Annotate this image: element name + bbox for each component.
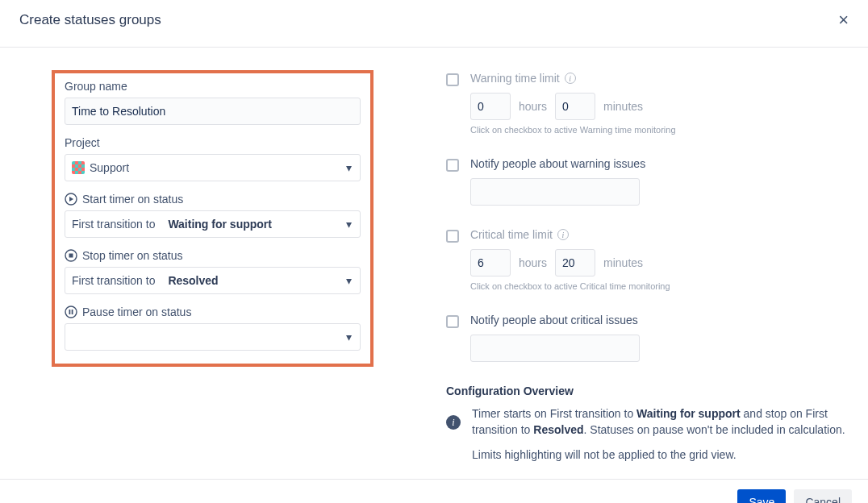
group-name-input[interactable] — [65, 98, 361, 125]
notify-critical-checkbox[interactable] — [446, 315, 459, 328]
close-button[interactable]: × — [835, 6, 852, 34]
critical-time-label: Critical time limit i — [470, 228, 853, 241]
notify-warning-checkbox[interactable] — [446, 159, 459, 172]
notify-warning-section: Notify people about warning issues — [446, 157, 853, 206]
critical-hint: Click on checkbox to active Critical tim… — [470, 281, 853, 291]
svg-rect-4 — [69, 310, 71, 314]
close-icon: × — [838, 10, 849, 30]
info-icon[interactable]: i — [557, 229, 569, 240]
warning-time-label: Warning time limit i — [470, 72, 853, 85]
group-name-field: Group name — [65, 80, 361, 125]
start-timer-label: Start timer on status — [82, 193, 183, 206]
svg-rect-2 — [69, 254, 73, 258]
stop-icon — [65, 249, 77, 262]
highlight-box: Group name Project Support ▾ — [52, 70, 373, 367]
dialog-body: Group name Project Support ▾ — [0, 48, 868, 479]
chevron-down-icon: ▾ — [346, 274, 352, 287]
chevron-down-icon: ▾ — [346, 218, 352, 231]
project-icon — [72, 161, 85, 174]
play-icon — [65, 193, 77, 206]
dialog-header: Create statuses groups × — [0, 0, 868, 48]
start-prefix: First transition to — [72, 218, 155, 231]
project-label: Project — [65, 136, 100, 149]
project-field: Project Support ▾ — [65, 136, 361, 181]
stop-timer-select[interactable]: First transition to Resolved ▾ — [65, 267, 361, 294]
stop-prefix: First transition to — [72, 274, 155, 287]
configuration-overview: Configuration Overview i Timer starts on… — [446, 385, 853, 471]
warning-time-checkbox[interactable] — [446, 73, 459, 86]
critical-minutes-input[interactable] — [555, 249, 595, 276]
critical-time-checkbox[interactable] — [446, 230, 459, 243]
hours-unit: hours — [519, 256, 547, 269]
stop-value: Resolved — [168, 274, 218, 287]
info-icon[interactable]: i — [565, 73, 576, 84]
stop-timer-label: Stop timer on status — [82, 249, 183, 262]
left-column: Group name Project Support ▾ — [15, 70, 373, 471]
chevron-down-icon: ▾ — [346, 161, 352, 174]
right-column: Warning time limit i hours minutes Click… — [446, 70, 853, 471]
svg-point-3 — [65, 306, 77, 318]
create-statuses-groups-dialog: Create statuses groups × Group name Proj… — [0, 0, 868, 503]
notify-warning-people-input[interactable] — [470, 178, 640, 206]
chevron-down-icon: ▾ — [346, 330, 352, 343]
dialog-title: Create statuses groups — [19, 12, 161, 28]
warning-minutes-input[interactable] — [555, 93, 595, 120]
notify-critical-section: Notify people about critical issues — [446, 314, 853, 362]
start-value: Waiting for support — [168, 218, 272, 231]
notify-critical-people-input[interactable] — [470, 335, 640, 362]
pause-timer-field: Pause timer on status ▾ — [65, 306, 361, 351]
overview-text: Timer starts on First transition to Wait… — [472, 405, 853, 471]
start-timer-select[interactable]: First transition to Waiting for support … — [65, 210, 361, 238]
notify-warning-label: Notify people about warning issues — [470, 157, 853, 170]
hours-unit: hours — [519, 100, 547, 113]
info-badge-icon: i — [446, 415, 461, 430]
stop-timer-field: Stop timer on status First transition to… — [65, 249, 361, 294]
notify-critical-label: Notify people about critical issues — [470, 314, 853, 326]
overview-title: Configuration Overview — [446, 385, 853, 397]
start-timer-field: Start timer on status First transition t… — [65, 193, 361, 238]
minutes-unit: minutes — [603, 100, 643, 113]
warning-hours-input[interactable] — [470, 93, 511, 120]
pause-timer-select[interactable]: ▾ — [65, 323, 361, 351]
save-button[interactable]: Save — [737, 489, 786, 503]
pause-timer-label: Pause timer on status — [82, 306, 191, 318]
svg-rect-5 — [72, 310, 73, 314]
project-value: Support — [90, 161, 129, 174]
critical-time-section: Critical time limit i hours minutes Clic… — [446, 228, 853, 291]
minutes-unit: minutes — [603, 256, 643, 269]
critical-hours-input[interactable] — [470, 249, 511, 276]
pause-icon — [65, 306, 77, 318]
warning-time-section: Warning time limit i hours minutes Click… — [446, 72, 853, 135]
project-select[interactable]: Support ▾ — [65, 154, 361, 181]
dialog-footer: Save Cancel — [0, 479, 868, 503]
warning-hint: Click on checkbox to active Warning time… — [470, 125, 853, 135]
group-name-label: Group name — [65, 80, 127, 93]
cancel-button[interactable]: Cancel — [794, 489, 852, 503]
